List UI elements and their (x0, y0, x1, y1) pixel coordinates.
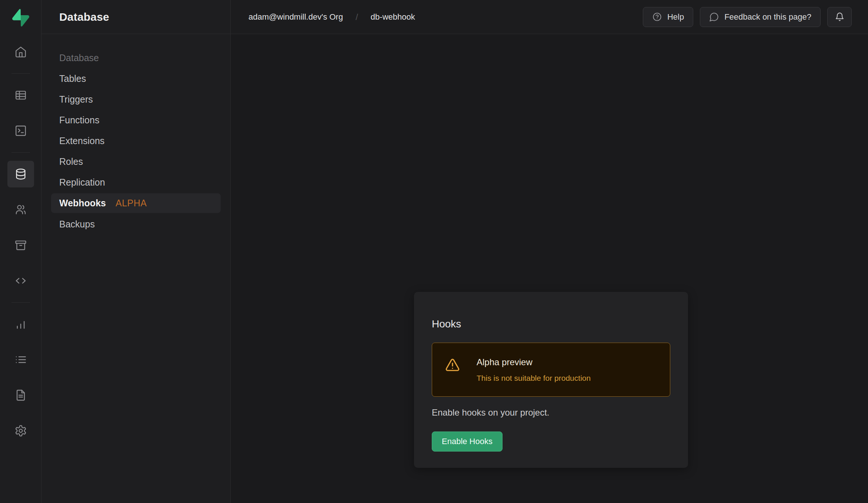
hooks-card: Hooks Alpha preview This is not suitable… (414, 292, 688, 468)
rail-item-logs[interactable] (7, 346, 34, 373)
storage-icon (14, 239, 27, 252)
breadcrumb-separator: / (355, 12, 358, 22)
rail-item-reports[interactable] (7, 311, 34, 337)
sidebar-item-label: Tables (59, 73, 86, 84)
alpha-preview-alert: Alpha preview This is not suitable for p… (432, 343, 670, 397)
sidebar-item-label: Replication (59, 177, 105, 188)
sidebar-item-label: Extensions (59, 136, 104, 146)
api-docs-icon (14, 389, 27, 402)
rail-item-auth[interactable] (7, 196, 34, 223)
warning-triangle-icon (445, 357, 460, 373)
sidebar-item-label: Roles (59, 156, 83, 167)
alert-title: Alpha preview (477, 356, 591, 368)
rail-item-edge-functions[interactable] (7, 267, 34, 294)
alpha-badge: ALPHA (116, 198, 147, 209)
hooks-card-title: Hooks (432, 318, 670, 330)
sidebar-item-functions[interactable]: Functions (51, 110, 221, 130)
sidebar-nav: Database Tables Triggers Functions Exten… (41, 34, 230, 234)
rail-item-home[interactable] (7, 39, 34, 65)
home-icon (14, 46, 27, 58)
alert-text: Alpha preview This is not suitable for p… (477, 356, 591, 383)
sidebar-item-label: Webhooks (59, 198, 106, 209)
enable-hooks-description: Enable hooks on your project. (432, 407, 670, 418)
bell-icon (835, 12, 845, 22)
sidebar-title: Database (59, 11, 109, 23)
feedback-button-label: Feedback on this page? (724, 12, 811, 22)
breadcrumb: adam@windmill.dev's Org / db-webhook (248, 12, 415, 22)
sidebar-item-replication[interactable]: Replication (51, 172, 221, 193)
breadcrumb-org[interactable]: adam@windmill.dev's Org (248, 12, 343, 22)
sidebar-item-label: Backups (59, 219, 95, 230)
app-root: Database Database Tables Triggers Functi… (0, 0, 868, 503)
sidebar-item-extensions[interactable]: Extensions (51, 130, 221, 151)
sidebar-item-label: Functions (59, 115, 99, 126)
rail-divider (11, 152, 30, 153)
help-button[interactable]: Help (643, 7, 693, 27)
auth-users-icon (14, 203, 27, 216)
enable-hooks-button[interactable]: Enable Hooks (432, 432, 503, 452)
supabase-logo-icon (12, 9, 29, 27)
sidebar: Database Database Tables Triggers Functi… (41, 0, 231, 503)
settings-icon (14, 424, 27, 437)
sidebar-item-roles[interactable]: Roles (51, 151, 221, 172)
database-icon (14, 168, 27, 180)
notifications-button[interactable] (827, 7, 852, 27)
rail-item-database[interactable] (7, 161, 34, 187)
rail-item-storage[interactable] (7, 232, 34, 259)
sql-editor-icon (14, 124, 27, 137)
supabase-logo[interactable] (7, 7, 34, 29)
rail-divider (11, 302, 30, 303)
rail-item-settings[interactable] (7, 417, 34, 444)
help-button-label: Help (667, 12, 684, 22)
reports-icon (14, 318, 27, 330)
alert-description: This is not suitable for production (477, 373, 591, 383)
edge-functions-icon (14, 274, 27, 287)
rail-item-api-docs[interactable] (7, 382, 34, 409)
table-editor-icon (14, 89, 27, 101)
nav-rail (0, 0, 41, 503)
sidebar-item-tables[interactable]: Tables (51, 68, 221, 89)
sidebar-item-label: Triggers (59, 94, 93, 105)
rail-divider (11, 73, 30, 74)
top-bar: adam@windmill.dev's Org / db-webhook Hel… (231, 0, 868, 34)
rail-item-table-editor[interactable] (7, 82, 34, 109)
help-circle-icon (652, 12, 662, 22)
topbar-actions: Help Feedback on this page? (643, 7, 852, 27)
feedback-button[interactable]: Feedback on this page? (700, 7, 821, 27)
sidebar-item-webhooks[interactable]: Webhooks ALPHA (51, 193, 221, 213)
breadcrumb-project[interactable]: db-webhook (371, 12, 415, 22)
sidebar-item-backups[interactable]: Backups (51, 214, 221, 234)
sidebar-section-label: Database (51, 47, 221, 68)
main-content: Hooks Alpha preview This is not suitable… (231, 34, 868, 503)
sidebar-header: Database (41, 0, 230, 34)
chat-bubble-icon (709, 12, 719, 22)
rail-item-sql-editor[interactable] (7, 117, 34, 144)
sidebar-item-triggers[interactable]: Triggers (51, 89, 221, 110)
logs-icon (14, 353, 27, 366)
